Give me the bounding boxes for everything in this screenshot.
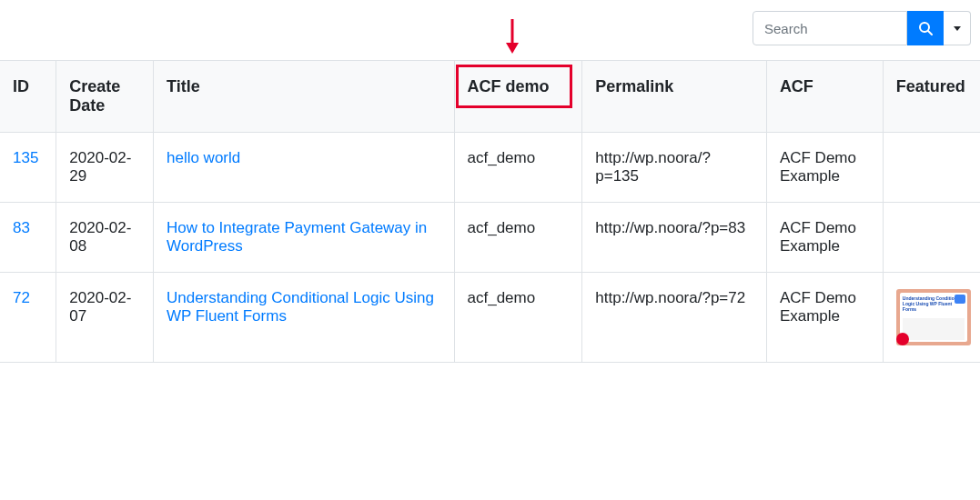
row-acf: ACF Demo Example [766,133,883,203]
column-header-id[interactable]: ID [0,61,56,133]
row-acf: ACF Demo Example [766,273,883,363]
table-row: 135 2020-02-29 hello world acf_demo http… [0,133,980,203]
row-title-link[interactable]: hello world [167,149,240,166]
row-permalink: http://wp.noora/?p=83 [582,203,767,273]
row-title-link[interactable]: Understanding Conditional Logic Using WP… [167,289,434,325]
row-id-link[interactable]: 135 [13,149,38,166]
row-permalink: http://wp.noora/?p=135 [582,133,767,203]
row-featured [883,203,980,273]
column-header-acf-demo[interactable]: ACF demo [454,61,582,133]
dropdown-toggle-button[interactable] [944,11,971,45]
row-acf: ACF Demo Example [766,203,883,273]
search-button[interactable] [907,11,944,45]
chevron-down-icon [954,26,961,31]
column-header-create-date[interactable]: Create Date [56,61,154,133]
row-create-date: 2020-02-07 [56,273,154,363]
row-acf-demo: acf_demo [454,133,582,203]
column-header-acf-demo-label: ACF demo [468,77,550,95]
row-title-link[interactable]: How to Integrate Payment Gateway in Word… [167,219,427,255]
row-create-date: 2020-02-29 [56,133,154,203]
svg-line-1 [928,31,932,35]
search-group [753,11,971,45]
column-header-permalink[interactable]: Permalink [582,61,767,133]
search-input[interactable] [753,11,907,45]
column-header-acf[interactable]: ACF [766,61,883,133]
table-header-row: ID Create Date Title ACF demo Permalink … [0,61,980,133]
row-permalink: http://wp.noora/?p=72 [582,273,767,363]
toolbar [0,0,980,60]
column-header-title[interactable]: Title [153,61,454,133]
row-id-link[interactable]: 83 [13,219,30,236]
search-icon [918,21,933,35]
table-row: 72 2020-02-07 Understanding Conditional … [0,273,980,363]
row-featured [883,133,980,203]
column-header-featured[interactable]: Featured [883,61,980,133]
featured-thumbnail[interactable]: Understanding Conditional Logic Using WP… [896,289,971,345]
data-table: ID Create Date Title ACF demo Permalink … [0,60,980,363]
row-create-date: 2020-02-08 [56,203,154,273]
row-featured: Understanding Conditional Logic Using WP… [883,273,980,363]
row-acf-demo: acf_demo [454,203,582,273]
table-row: 83 2020-02-08 How to Integrate Payment G… [0,203,980,273]
row-acf-demo: acf_demo [454,273,582,363]
row-id-link[interactable]: 72 [13,289,30,306]
